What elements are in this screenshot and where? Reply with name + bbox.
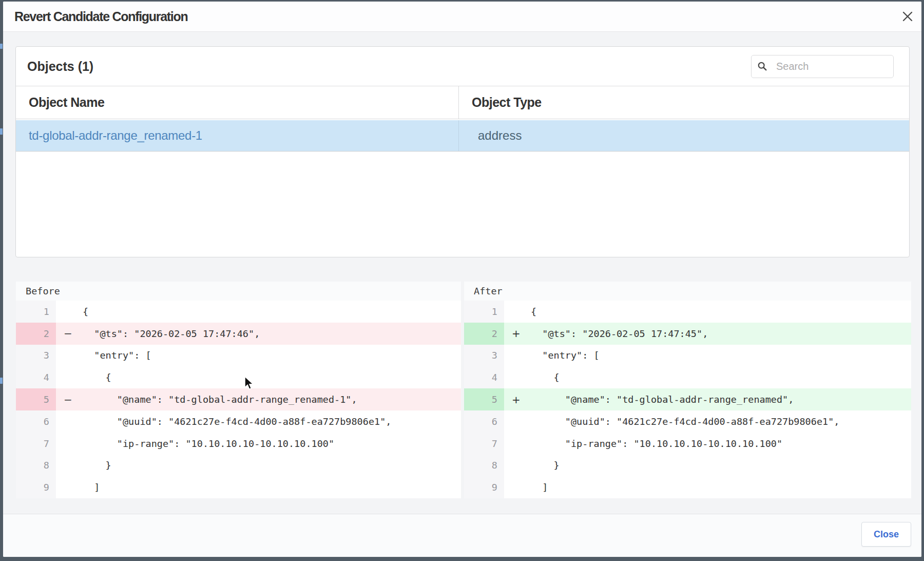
line-number: 8 <box>464 455 504 477</box>
code-text: { <box>504 306 536 317</box>
diff-after-label: After <box>464 282 911 301</box>
objects-panel: Objects (1) Search Object Name Object Ty… <box>15 46 910 257</box>
diff-marker: + <box>512 394 521 406</box>
diff-line: 6 "@uuid": "4621c27e-f4cd-4d00-a88f-ea72… <box>464 410 911 433</box>
search-icon <box>758 62 767 71</box>
line-number: 4 <box>16 366 56 388</box>
dialog-footer: Close <box>3 514 921 557</box>
objects-table-header: Object Name Object Type <box>16 86 909 119</box>
diff-line: 9 ] <box>16 476 461 498</box>
column-header-object-name: Object Name <box>29 95 104 110</box>
object-row[interactable]: td-global-addr-range_renamed-1 address <box>16 119 909 152</box>
code-line: } <box>504 455 911 477</box>
diff-line: 8 } <box>464 455 911 477</box>
code-text: "@ts": "2026-02-05 17:47:45", <box>504 328 708 339</box>
code-line: "@uuid": "4621c27e-f4cd-4d00-a88f-ea727b… <box>56 410 461 433</box>
diff-marker: − <box>64 327 72 340</box>
mouse-cursor <box>244 376 256 391</box>
line-number: 3 <box>16 345 56 367</box>
close-button[interactable]: Close <box>861 522 911 547</box>
code-line: + "@name": "td-global-addr-range_renamed… <box>504 388 911 410</box>
code-text: } <box>56 460 111 471</box>
diff-line: 2 − "@ts": "2026-02-05 17:47:46", <box>16 323 461 345</box>
background-sliver <box>0 378 3 384</box>
code-text: "entry": [ <box>504 350 600 361</box>
line-number: 1 <box>16 301 56 323</box>
code-line: { <box>504 366 911 388</box>
diff-line: 1 { <box>16 301 461 323</box>
code-line: "ip-range": "10.10.10.10-10.10.10.100" <box>56 433 461 455</box>
column-header-object-type: Object Type <box>472 95 542 110</box>
diff-marker: + <box>512 327 521 340</box>
diff-line: 8 } <box>16 455 461 477</box>
diff-marker: − <box>64 394 72 406</box>
dialog-title: Revert Candidate Configuration <box>14 9 187 24</box>
dialog-body: Objects (1) Search Object Name Object Ty… <box>3 32 921 557</box>
background-sliver <box>0 128 3 135</box>
code-text: "ip-range": "10.10.10.10-10.10.10.100" <box>504 438 782 449</box>
diff-line: 2 + "@ts": "2026-02-05 17:47:45", <box>464 323 911 345</box>
line-number: 9 <box>16 476 56 498</box>
search-input[interactable]: Search <box>751 55 894 78</box>
line-number: 6 <box>464 410 504 433</box>
code-line: "entry": [ <box>56 345 461 367</box>
code-line: } <box>56 455 461 477</box>
diff-line: 4 { <box>464 366 911 388</box>
line-number: 5 <box>16 388 56 410</box>
line-number: 4 <box>464 366 504 388</box>
diff-line: 7 "ip-range": "10.10.10.10-10.10.10.100" <box>464 433 911 455</box>
line-number: 2 <box>16 323 56 345</box>
object-name-cell[interactable]: td-global-addr-range_renamed-1 <box>29 128 202 143</box>
background-sliver <box>0 44 3 49</box>
diff-line: 5 − "@name": "td-global-addr-range_renam… <box>16 388 461 410</box>
code-line: { <box>56 301 461 323</box>
code-text: { <box>504 372 560 383</box>
code-line: "ip-range": "10.10.10.10-10.10.10.100" <box>504 433 911 455</box>
line-number: 5 <box>464 388 504 410</box>
diff-line: 5 + "@name": "td-global-addr-range_renam… <box>464 388 911 410</box>
diff-line: 3 "entry": [ <box>16 345 461 367</box>
diff-line: 9 ] <box>464 476 911 498</box>
diff-line: 3 "entry": [ <box>464 345 911 367</box>
objects-count-title: Objects (1) <box>27 59 93 74</box>
code-text: ] <box>56 482 100 493</box>
diff-after-panel: After 1 {2 + "@ts": "2026-02-05 17:47:45… <box>464 282 911 498</box>
search-placeholder: Search <box>776 61 808 72</box>
code-text: "entry": [ <box>56 350 151 361</box>
line-number: 7 <box>16 433 56 455</box>
line-number: 2 <box>464 323 504 345</box>
code-line: ] <box>504 476 911 498</box>
line-number: 9 <box>464 476 504 498</box>
code-text: "@name": "td-global-addr-range_renamed-1… <box>56 394 357 405</box>
code-line: { <box>504 301 911 323</box>
code-text: } <box>504 460 560 471</box>
diff-line: 1 { <box>464 301 911 323</box>
diff-line: 4 { <box>16 366 461 388</box>
code-text: "@name": "td-global-addr-range_renamed", <box>504 394 794 405</box>
code-line: − "@ts": "2026-02-05 17:47:46", <box>56 323 461 345</box>
diff-before-panel: Before 1 {2 − "@ts": "2026-02-05 17:47:4… <box>16 282 461 498</box>
diff-line: 6 "@uuid": "4621c27e-f4cd-4d00-a88f-ea72… <box>16 410 461 433</box>
diff-line: 7 "ip-range": "10.10.10.10-10.10.10.100" <box>16 433 461 455</box>
code-text: "@uuid": "4621c27e-f4cd-4d00-a88f-ea727b… <box>56 416 391 427</box>
objects-panel-header: Objects (1) Search <box>16 47 909 86</box>
line-number: 6 <box>16 410 56 433</box>
code-line: − "@name": "td-global-addr-range_renamed… <box>56 388 461 410</box>
object-type-cell: address <box>478 128 522 143</box>
code-text: "@ts": "2026-02-05 17:47:46", <box>56 328 260 339</box>
close-icon[interactable] <box>902 11 913 22</box>
code-text: { <box>56 306 88 317</box>
line-number: 3 <box>464 345 504 367</box>
code-line: ] <box>56 476 461 498</box>
diff-before-label: Before <box>16 282 461 301</box>
dialog-header: Revert Candidate Configuration <box>3 2 921 32</box>
code-text: "@uuid": "4621c27e-f4cd-4d00-a88f-ea727b… <box>504 416 839 427</box>
line-number: 7 <box>464 433 504 455</box>
code-line: "@uuid": "4621c27e-f4cd-4d00-a88f-ea727b… <box>504 410 911 433</box>
code-line: "entry": [ <box>504 345 911 367</box>
line-number: 8 <box>16 455 56 477</box>
code-text: ] <box>504 482 548 493</box>
code-text: { <box>56 372 111 383</box>
code-line: { <box>56 366 461 388</box>
code-text: "ip-range": "10.10.10.10-10.10.10.100" <box>56 438 334 449</box>
